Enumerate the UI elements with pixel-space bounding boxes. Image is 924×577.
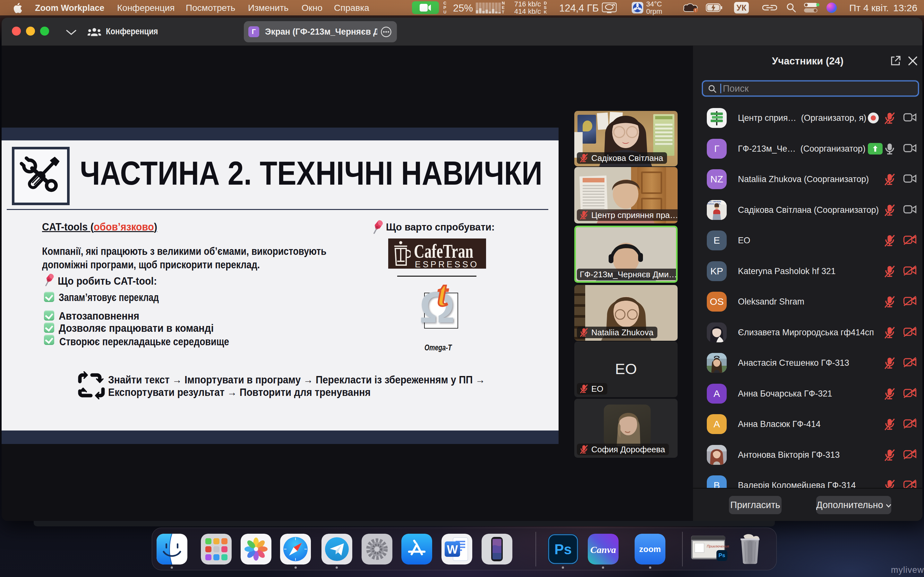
svg-text:zoom: zoom (639, 544, 661, 554)
svg-text:W: W (447, 543, 458, 556)
svg-text:NAL UNIVERS: NAL UNIVERS (708, 201, 721, 203)
svg-text:Ps: Ps (554, 542, 572, 557)
svg-text:!: ! (695, 8, 696, 12)
svg-text:→: → (712, 113, 714, 115)
svg-text:Canva: Canva (590, 544, 616, 555)
